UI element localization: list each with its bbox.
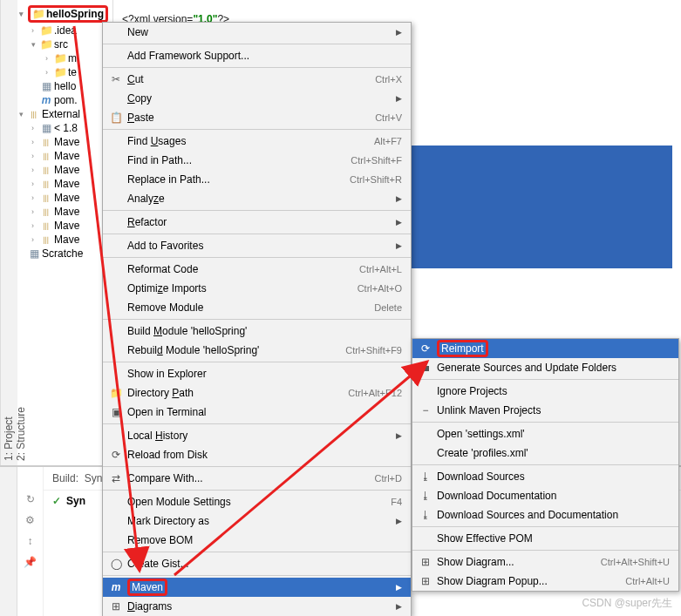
menu-create-gist[interactable]: ◯Create Gist... <box>103 554 411 573</box>
menu-add-favorites[interactable]: Add to Favorites▶ <box>103 236 411 255</box>
project-tree[interactable]: ▾ 📁helloSpring ›📁.idea ▾📁src ›📁m ›📁te ▦h… <box>17 0 113 465</box>
menu-cut[interactable]: ✂CutCtrl+X <box>103 70 411 89</box>
tree-lib-5[interactable]: ›⫼Mave <box>17 191 112 205</box>
build-side <box>0 467 17 616</box>
tree-m[interactable]: ›📁m <box>17 51 112 65</box>
tree-lib-8[interactable]: ›⫼Mave <box>17 233 112 247</box>
diagram-icon: ⊞ <box>108 600 124 613</box>
paste-icon: 📋 <box>108 112 124 124</box>
menu-rebuild-module[interactable]: Rebuild Module 'helloSpring'Ctrl+Shift+F… <box>103 341 411 360</box>
maven-icon: m <box>108 581 124 593</box>
submenu-show-popup[interactable]: ⊞Show Diagram Popup...Ctrl+Alt+U <box>412 572 678 591</box>
submenu-dl-both[interactable]: ⭳Download Sources and Documentation <box>412 505 678 525</box>
menu-compare-with[interactable]: ⇄Compare With...Ctrl+D <box>103 469 411 488</box>
diagram-icon: ⊞ <box>418 575 433 587</box>
menu-paste[interactable]: 📋PasteCtrl+V <box>103 108 411 127</box>
context-menu[interactable]: New▶ Add Framework Support... ✂CutCtrl+X… <box>102 22 412 616</box>
tab-structure[interactable]: 2: Structure <box>15 13 27 461</box>
tree-scratches[interactable]: ▦Scratche <box>17 247 112 261</box>
submenu-show-pom[interactable]: Show Effective POM <box>412 529 678 548</box>
build-filter-icon[interactable]: ⚙ <box>17 510 43 531</box>
menu-maven[interactable]: mMaven▶ <box>103 578 411 597</box>
tree-lib-4[interactable]: ›⫼Mave <box>17 177 112 191</box>
github-icon: ◯ <box>108 558 124 570</box>
menu-find-in-path[interactable]: Find in Path...Ctrl+Shift+F <box>103 151 411 170</box>
menu-analyze[interactable]: Analyze▶ <box>103 189 411 208</box>
terminal-icon: ▣ <box>108 406 124 418</box>
menu-optimize[interactable]: Optimize ImportsCtrl+Alt+O <box>103 279 411 298</box>
download-icon: ⭳ <box>418 490 433 502</box>
build-rerun-icon[interactable]: ↻ <box>17 489 43 510</box>
tree-pom[interactable]: mpom. <box>17 93 112 107</box>
submenu-dl-sources[interactable]: ⭳Download Sources <box>412 467 678 486</box>
menu-diagrams[interactable]: ⊞Diagrams▶ <box>103 597 411 616</box>
tree-idea[interactable]: ›📁.idea <box>17 24 112 37</box>
tree-external[interactable]: ▾⫼External <box>17 107 112 121</box>
folder-icon: 📁 <box>108 387 124 399</box>
tree-hello[interactable]: ▦hello <box>17 79 112 93</box>
submenu-reimport[interactable]: ⟳Reimport <box>412 339 678 358</box>
menu-remove-bom[interactable]: Remove BOM <box>103 531 411 550</box>
folders-icon: 🖿 <box>418 362 433 374</box>
menu-replace-in-path[interactable]: Replace in Path...Ctrl+Shift+R <box>103 170 411 189</box>
menu-open-module[interactable]: Open Module SettingsF4 <box>103 492 411 511</box>
build-label: Build: <box>52 472 78 484</box>
download-icon: ⭳ <box>418 509 433 521</box>
side-tool-tabs[interactable]: 1: Project 2: Structure <box>0 0 17 465</box>
minus-icon: − <box>418 404 433 416</box>
watermark: CSDN @super先生 <box>582 596 672 611</box>
compare-icon: ⇄ <box>108 472 124 484</box>
menu-copy[interactable]: Copy▶ <box>103 89 411 108</box>
submenu-show-diagram[interactable]: ⊞Show Diagram...Ctrl+Alt+Shift+U <box>412 552 678 572</box>
submenu-open-settings[interactable]: Open 'settings.xml' <box>412 424 678 443</box>
menu-reformat[interactable]: Reformat CodeCtrl+Alt+L <box>103 260 411 279</box>
diagram-icon: ⊞ <box>418 556 433 568</box>
submenu-gen-sources[interactable]: 🖿Generate Sources and Update Folders <box>412 358 678 377</box>
menu-remove-module[interactable]: Remove ModuleDelete <box>103 298 411 317</box>
tree-lib-6[interactable]: ›⫼Mave <box>17 205 112 219</box>
tree-src[interactable]: ▾📁src <box>17 37 112 51</box>
root-label: helloSpring <box>46 8 104 20</box>
build-expand-icon[interactable]: ↕ <box>17 531 43 552</box>
tree-root[interactable]: ▾ 📁helloSpring <box>17 4 112 24</box>
menu-show-explorer[interactable]: Show in Explorer <box>103 364 411 383</box>
tree-lib-1[interactable]: ›⫼Mave <box>17 135 112 149</box>
reload-icon: ⟳ <box>108 449 124 461</box>
maven-submenu[interactable]: ⟳Reimport 🖿Generate Sources and Update F… <box>412 338 679 592</box>
sync-text: Syn <box>66 495 85 507</box>
submenu-create-profiles[interactable]: Create 'profiles.xml' <box>412 443 678 463</box>
download-icon: ⭳ <box>418 470 433 483</box>
check-icon: ✓ <box>52 495 61 507</box>
tree-lib-0[interactable]: ›▦< 1.8 <box>17 121 112 135</box>
tab-project[interactable]: 1: Project <box>3 13 15 461</box>
submenu-ignore[interactable]: Ignore Projects <box>412 382 678 401</box>
submenu-unlink[interactable]: −Unlink Maven Projects <box>412 401 678 420</box>
build-pin-icon[interactable]: 📌 <box>17 552 43 572</box>
cut-icon: ✂ <box>108 73 124 85</box>
tree-lib-7[interactable]: ›⫼Mave <box>17 219 112 233</box>
menu-new[interactable]: New▶ <box>103 23 411 42</box>
menu-dir-path[interactable]: 📁Directory PathCtrl+Alt+F12 <box>103 383 411 403</box>
submenu-dl-docs[interactable]: ⭳Download Documentation <box>412 486 678 505</box>
menu-open-terminal[interactable]: ▣Open in Terminal <box>103 403 411 422</box>
menu-reload-disk[interactable]: ⟳Reload from Disk <box>103 445 411 464</box>
tree-te[interactable]: ›📁te <box>17 65 112 79</box>
menu-refactor[interactable]: Refactor▶ <box>103 213 411 232</box>
tree-lib-3[interactable]: ›⫼Mave <box>17 163 112 177</box>
menu-find-usages[interactable]: Find UsagesAlt+F7 <box>103 132 411 151</box>
reimport-icon: ⟳ <box>418 342 433 355</box>
tree-lib-2[interactable]: ›⫼Mave <box>17 149 112 163</box>
menu-local-history[interactable]: Local History▶ <box>103 426 411 445</box>
menu-mark-dir[interactable]: Mark Directory as▶ <box>103 511 411 531</box>
menu-add-framework[interactable]: Add Framework Support... <box>103 46 411 65</box>
menu-build-module[interactable]: Build Module 'helloSpring' <box>103 322 411 341</box>
